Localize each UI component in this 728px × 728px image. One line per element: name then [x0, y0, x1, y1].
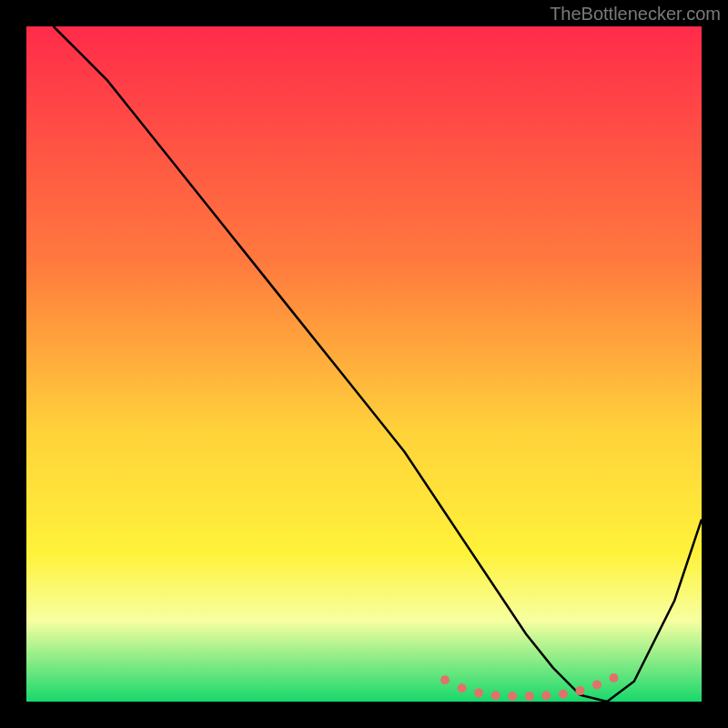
- optimum-marker: [440, 675, 450, 684]
- optimum-marker: [508, 692, 517, 701]
- optimum-marker: [575, 686, 584, 695]
- optimum-marker: [610, 673, 619, 682]
- optimum-marker: [541, 691, 551, 700]
- optimum-marker: [491, 691, 500, 700]
- bottleneck-chart: [26, 26, 702, 702]
- optimum-marker: [592, 681, 602, 690]
- chart-container: TheBottlenecker.com: [0, 0, 728, 728]
- attribution-text: TheBottlenecker.com: [550, 4, 721, 25]
- optimum-marker: [474, 688, 483, 697]
- chart-background: [26, 26, 702, 702]
- optimum-marker: [559, 690, 568, 699]
- optimum-marker: [458, 683, 467, 693]
- optimum-marker: [525, 692, 534, 701]
